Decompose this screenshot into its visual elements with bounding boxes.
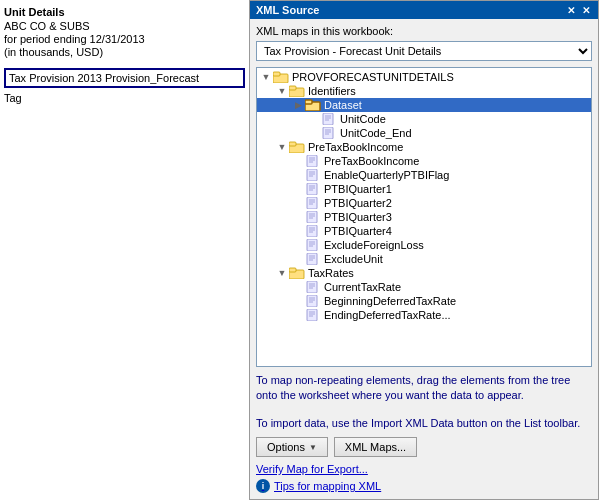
tree-label-root: PROVFORECASTUNITDETAILS: [292, 71, 454, 83]
file-icon-ptbi1: [305, 183, 321, 195]
svg-rect-58: [307, 309, 317, 321]
tree-label-taxrates-group: TaxRates: [308, 267, 354, 279]
tree-item-unitcode-end[interactable]: UnitCode_End: [257, 126, 591, 140]
tree-label-ptbi3: PTBIQuarter3: [324, 211, 392, 223]
tree-label-pretax: PreTaxBookIncome: [324, 155, 419, 167]
file-icon-unitcode-end: [321, 127, 337, 139]
links-row: Verify Map for Export... i Tips for mapp…: [256, 463, 592, 493]
file-icon-unitcode: [321, 113, 337, 125]
xml-panel: XML Source ✕ ✕ XML maps in this workbook…: [250, 0, 599, 500]
file-icon-current-tax: [305, 281, 321, 293]
tree-label-exclude-foreign: ExcludeForeignLoss: [324, 239, 424, 251]
input-row: [4, 68, 245, 88]
tree-item-beginning-deferred[interactable]: BeginningDeferredTaxRate: [257, 294, 591, 308]
file-icon-quarterly-flag: [305, 169, 321, 181]
file-icon-ptbi2: [305, 197, 321, 209]
tree-item-ending-deferred[interactable]: EndingDeferredTaxRate...: [257, 308, 591, 322]
svg-rect-20: [307, 169, 317, 181]
panel-title: XML Source: [256, 4, 319, 16]
file-icon-ending-deferred: [305, 309, 321, 321]
tree-label-beginning-deferred: BeginningDeferredTaxRate: [324, 295, 456, 307]
subtitle: ABC CO & SUBS: [4, 20, 245, 32]
panel-body: XML maps in this workbook: Tax Provision…: [250, 19, 598, 499]
tree-label-current-tax: CurrentTaxRate: [324, 281, 401, 293]
buttons-row: Options ▼ XML Maps...: [256, 437, 592, 457]
title-bar-buttons: ✕ ✕: [565, 5, 592, 16]
svg-rect-50: [307, 281, 317, 293]
tips-link[interactable]: i Tips for mapping XML: [256, 479, 592, 493]
tree-item-quarterly-flag[interactable]: EnableQuarterlyPTBIFlag: [257, 168, 591, 182]
folder-icon: [273, 71, 289, 83]
tree-label-ptbi1: PTBIQuarter1: [324, 183, 392, 195]
tree-label-ptbi2: PTBIQuarter2: [324, 197, 392, 209]
tree-item-pretax[interactable]: PreTaxBookIncome: [257, 154, 591, 168]
verify-map-label: Verify Map for Export...: [256, 463, 368, 475]
svg-rect-32: [307, 211, 317, 223]
file-icon-exclude-unit: [305, 253, 321, 265]
file-icon-exclude-foreign: [305, 239, 321, 251]
svg-rect-5: [305, 100, 312, 104]
tree-item-dataset[interactable]: ▶ Dataset: [257, 98, 591, 112]
left-panel: Unit Details ABC CO & SUBS for period en…: [0, 0, 250, 500]
svg-rect-36: [307, 225, 317, 237]
tree-item-taxrates-group[interactable]: ▼ TaxRates: [257, 266, 591, 280]
tree-item-identifiers[interactable]: ▼ Identifiers: [257, 84, 591, 98]
verify-map-link[interactable]: Verify Map for Export...: [256, 463, 592, 475]
xml-maps-label: XML Maps...: [345, 441, 406, 453]
options-button[interactable]: Options ▼: [256, 437, 328, 457]
tree-item-current-tax[interactable]: CurrentTaxRate: [257, 280, 591, 294]
info-icon: i: [256, 479, 270, 493]
options-label: Options: [267, 441, 305, 453]
tree-label-exclude-unit: ExcludeUnit: [324, 253, 383, 265]
svg-rect-24: [307, 183, 317, 195]
tree-item-ptbi1[interactable]: PTBIQuarter1: [257, 182, 591, 196]
tree-item-exclude-foreign[interactable]: ExcludeForeignLoss: [257, 238, 591, 252]
tree-item-ptbi4[interactable]: PTBIQuarter4: [257, 224, 591, 238]
svg-rect-3: [289, 86, 296, 90]
tree-label-unitcode: UnitCode: [340, 113, 386, 125]
tag-label: Tag: [4, 92, 245, 104]
tips-label: Tips for mapping XML: [274, 480, 381, 492]
folder-icon-taxrates: [289, 267, 305, 279]
folder-icon-dataset: [305, 99, 321, 111]
svg-rect-15: [289, 142, 296, 146]
svg-rect-44: [307, 253, 317, 265]
svg-rect-6: [323, 113, 333, 125]
info-text-1: To map non-repeating elements, drag the …: [256, 373, 592, 404]
tree-item-pretax-group[interactable]: ▼ PreTaxBookIncome: [257, 140, 591, 154]
close-button[interactable]: ✕: [580, 5, 592, 16]
provision-input[interactable]: [4, 68, 245, 88]
tree-item-ptbi2[interactable]: PTBIQuarter2: [257, 196, 591, 210]
file-icon-ptbi3: [305, 211, 321, 223]
folder-icon-pretax: [289, 141, 305, 153]
xml-maps-label: XML maps in this workbook:: [256, 25, 592, 37]
svg-rect-40: [307, 239, 317, 251]
tree-item-unitcode[interactable]: UnitCode: [257, 112, 591, 126]
currency-label: (in thousands, USD): [4, 46, 245, 58]
options-dropdown-arrow: ▼: [309, 443, 317, 452]
file-icon-ptbi4: [305, 225, 321, 237]
pin-button[interactable]: ✕: [565, 5, 577, 16]
tree-item-ptbi3[interactable]: PTBIQuarter3: [257, 210, 591, 224]
tree-label-unitcode-end: UnitCode_End: [340, 127, 412, 139]
file-icon-beginning-deferred: [305, 295, 321, 307]
svg-rect-16: [307, 155, 317, 167]
svg-rect-28: [307, 197, 317, 209]
tree-item-root[interactable]: ▼ PROVFORECASTUNITDETAILS: [257, 70, 591, 84]
tree-area[interactable]: ▼ PROVFORECASTUNITDETAILS ▼ Identifiers: [256, 67, 592, 367]
svg-rect-10: [323, 127, 333, 139]
title-bar: XML Source ✕ ✕: [250, 1, 598, 19]
tree-label-dataset: Dataset: [324, 99, 362, 111]
tree-label-identifiers: Identifiers: [308, 85, 356, 97]
tree-label-quarterly-flag: EnableQuarterlyPTBIFlag: [324, 169, 449, 181]
file-icon-pretax: [305, 155, 321, 167]
svg-rect-54: [307, 295, 317, 307]
unit-details-title: Unit Details: [4, 6, 245, 18]
tree-item-exclude-unit[interactable]: ExcludeUnit: [257, 252, 591, 266]
svg-rect-1: [273, 72, 280, 76]
tree-label-ptbi4: PTBIQuarter4: [324, 225, 392, 237]
tree-label-pretax-group: PreTaxBookIncome: [308, 141, 403, 153]
xml-maps-button[interactable]: XML Maps...: [334, 437, 417, 457]
xml-maps-dropdown[interactable]: Tax Provision - Forecast Unit Details: [256, 41, 592, 61]
info-text-2: To import data, use the Import XML Data …: [256, 416, 592, 431]
